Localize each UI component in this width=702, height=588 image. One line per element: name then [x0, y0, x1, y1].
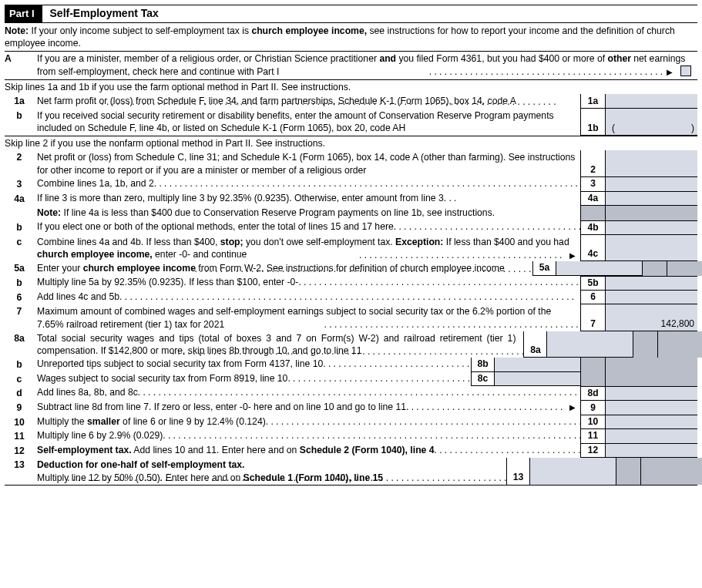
val-spacer-4a	[605, 206, 697, 220]
num-11: 11	[580, 429, 605, 443]
label-13: 13	[5, 458, 37, 472]
num-7: 7	[580, 304, 605, 331]
label-1a: 1a	[5, 94, 37, 108]
inner-num-8a: 8a	[523, 331, 546, 358]
note-prefix: Note:	[5, 25, 29, 36]
line-4c: c Combine lines 4a and 4b. If less than …	[5, 235, 697, 261]
dots-5b	[298, 276, 580, 291]
text-3: Combine lines 1a, 1b, and 2	[37, 177, 154, 191]
dots-6	[119, 291, 580, 304]
dots-8a	[173, 345, 524, 358]
line-8a: 8a Total social security wages and tips …	[5, 331, 697, 358]
dots-4b	[394, 220, 580, 235]
label-8d: d	[5, 386, 37, 401]
line-12: 12 Self-employment tax. Add lines 10 and…	[5, 444, 697, 458]
label-8c: c	[5, 372, 37, 386]
val-1a[interactable]	[605, 94, 697, 108]
text-5b: Multiply line 5a by 92.35% (0.9235). If …	[37, 276, 298, 291]
inner-num-5a: 5a	[532, 261, 556, 275]
skip-2: Skip line 2 if you use the nonfarm optio…	[5, 136, 697, 150]
label-4b: b	[5, 220, 37, 235]
line-3: 3 Combine lines 1a, 1b, and 2 3	[5, 177, 697, 191]
line-4b: b If you elect one or both of the option…	[5, 220, 697, 235]
val-12[interactable]	[605, 444, 697, 458]
inner-val-5a[interactable]	[556, 261, 642, 275]
val-1b[interactable]: ()	[605, 109, 697, 136]
inner-val-13[interactable]	[529, 458, 616, 484]
text-10: Multiply the smaller of line 6 or line 9…	[37, 415, 266, 429]
num-3: 3	[580, 177, 605, 191]
val-9[interactable]	[605, 401, 697, 415]
spc-v-8c	[605, 372, 697, 386]
val-4a[interactable]	[605, 192, 697, 206]
arrow-4c	[565, 249, 580, 261]
val-10[interactable]	[605, 415, 697, 429]
num-4b: 4b	[580, 220, 605, 235]
b2-4c: Exception:	[395, 237, 443, 247]
dots-1a	[101, 96, 580, 109]
inner-val-8a[interactable]	[546, 331, 633, 358]
val-11[interactable]	[605, 429, 697, 443]
t2-10: of line 6 or line 9 by 12.4% (0.124)	[120, 416, 266, 427]
label-2: 2	[5, 150, 37, 164]
line-8b: b Unreported tips subject to social secu…	[5, 358, 697, 371]
line-A: A If you are a minister, member of a rel…	[5, 52, 697, 79]
text-1b: If you received social security retireme…	[37, 109, 580, 136]
b1-10: smaller	[87, 416, 120, 427]
val-spacer-5a	[667, 261, 702, 275]
dots-8b	[323, 358, 471, 371]
num-1b: 1b	[580, 109, 605, 136]
val-8d[interactable]	[605, 386, 697, 401]
line-5a: 5a Enter your church employee income fro…	[5, 261, 697, 275]
line-9: 9 Subtract line 8d from line 7. If zero …	[5, 401, 697, 415]
text-8b: Unreported tips subject to social securi…	[37, 358, 323, 371]
num-8d: 8d	[580, 386, 605, 401]
num-4c: 4c	[580, 235, 605, 261]
line-1a: 1a Net farm profit or (loss) from Schedu…	[5, 94, 697, 108]
part-badge: Part I	[5, 5, 42, 22]
val-5b[interactable]	[605, 276, 697, 291]
inner-num-8b: 8b	[471, 358, 494, 371]
line-7: 7 Maximum amount of combined wages and s…	[5, 304, 697, 331]
inner-num-13: 13	[506, 458, 529, 484]
t1-10: Multiply the	[37, 416, 87, 427]
spc-n-8b	[580, 358, 605, 371]
b2-12: Schedule 2 (Form 1040), line 4	[300, 445, 435, 455]
note-b1: church employee income,	[251, 25, 367, 36]
val-6[interactable]	[605, 291, 697, 304]
paren-close-1b: )	[691, 122, 694, 134]
val-3[interactable]	[605, 177, 697, 191]
inner-val-8c[interactable]	[494, 372, 580, 386]
label-8a: 8a	[5, 331, 37, 345]
val-4b[interactable]	[605, 220, 697, 235]
val-4c[interactable]	[605, 235, 697, 261]
part-header: Part I Self-Employment Tax	[5, 5, 697, 23]
dots-8d	[138, 386, 580, 401]
label-A: A	[5, 52, 37, 79]
dots-10	[266, 415, 580, 429]
label-5a: 5a	[5, 261, 37, 275]
checkbox-A[interactable]	[680, 66, 691, 76]
val-2[interactable]	[605, 150, 697, 177]
inner-val-8b[interactable]	[494, 358, 580, 371]
line-10: 10 Multiply the smaller of line 6 or lin…	[5, 415, 697, 429]
text-9: Subtract line 8d from line 7. If zero or…	[37, 401, 406, 415]
spc-v-8a	[657, 331, 702, 358]
dots-12	[435, 444, 580, 458]
skip-1: Skip lines 1a and 1b if you use the farm…	[5, 80, 697, 94]
line-4a-note: Note: If line 4a is less than $400 due t…	[5, 206, 697, 220]
num-10: 10	[580, 415, 605, 429]
part-title: Self-Employment Tax	[42, 6, 159, 21]
spc-n-8a	[633, 331, 657, 358]
label-6: 6	[5, 291, 37, 304]
text-8d: Add lines 8a, 8b, and 8c	[37, 386, 138, 401]
b1-4c: stop;	[220, 237, 244, 247]
num-1a: 1a	[580, 94, 605, 108]
line-5b: b Multiply line 5a by 92.35% (0.9235). I…	[5, 276, 697, 291]
text-4b: If you elect one or both of the optional…	[37, 220, 394, 235]
text-4a-note: Note: If line 4a is less than $400 due t…	[37, 206, 580, 220]
line-8d: d Add lines 8a, 8b, and 8c 8d	[5, 386, 697, 401]
num-6: 6	[580, 291, 605, 304]
spc-n-13	[616, 458, 640, 484]
text-4a: If line 3 is more than zero, multiply li…	[37, 192, 444, 206]
